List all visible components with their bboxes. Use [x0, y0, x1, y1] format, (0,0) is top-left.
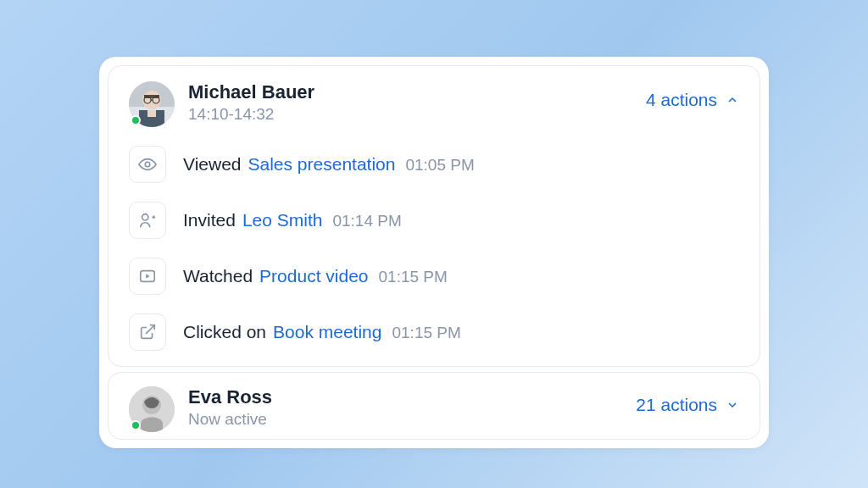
activity-row: Clicked on Book meeting 01:15 PM — [129, 313, 739, 351]
activity-row: Viewed Sales presentation 01:05 PM — [129, 146, 739, 183]
actions-count-label: 21 actions — [636, 395, 717, 415]
activity-verb: Watched — [183, 266, 253, 286]
actions-toggle[interactable]: 21 actions — [636, 395, 739, 415]
activity-row: Watched Product video 01:15 PM — [129, 258, 739, 295]
user-block: Eva Ross Now active — [129, 386, 272, 432]
status-indicator — [131, 115, 141, 125]
chevron-up-icon — [726, 93, 739, 107]
activity-link[interactable]: Sales presentation — [248, 154, 396, 175]
svg-point-10 — [142, 214, 148, 220]
chevron-down-icon — [726, 398, 739, 412]
eye-icon — [129, 146, 166, 183]
avatar — [129, 81, 175, 127]
activity-time: 01:15 PM — [392, 324, 460, 342]
card-header: Michael Bauer 14:10-14:32 4 actions — [129, 81, 739, 127]
user-activity-card: Eva Ross Now active 21 actions — [108, 372, 760, 440]
status-indicator — [131, 420, 141, 430]
user-block: Michael Bauer 14:10-14:32 — [129, 81, 314, 127]
avatar — [129, 386, 175, 432]
activity-verb: Clicked on — [183, 322, 266, 342]
svg-line-15 — [146, 325, 154, 334]
user-name: Eva Ross — [188, 386, 272, 408]
activity-link[interactable]: Book meeting — [273, 322, 381, 342]
user-time-range: 14:10-14:32 — [188, 105, 314, 124]
activity-link[interactable]: Product video — [259, 266, 368, 286]
user-activity-card: Michael Bauer 14:10-14:32 4 actions View… — [108, 65, 760, 367]
activity-verb: Viewed — [183, 154, 242, 175]
svg-marker-14 — [146, 274, 150, 279]
activity-time: 01:14 PM — [332, 212, 401, 230]
user-plus-icon — [129, 202, 166, 239]
activity-time: 01:15 PM — [379, 268, 448, 286]
external-link-icon — [129, 313, 166, 351]
activity-panel: Michael Bauer 14:10-14:32 4 actions View… — [99, 57, 769, 448]
activity-verb: Invited — [183, 210, 236, 230]
play-icon — [129, 258, 166, 295]
activity-row: Invited Leo Smith 01:14 PM — [129, 202, 739, 239]
activity-link[interactable]: Leo Smith — [242, 210, 323, 230]
user-status: Now active — [188, 410, 272, 429]
actions-toggle[interactable]: 4 actions — [646, 90, 739, 110]
actions-count-label: 4 actions — [646, 90, 717, 110]
activity-time: 01:05 PM — [405, 156, 474, 175]
svg-point-9 — [145, 162, 150, 167]
svg-rect-4 — [147, 110, 156, 117]
card-header: Eva Ross Now active 21 actions — [129, 386, 739, 432]
user-name: Michael Bauer — [188, 81, 314, 103]
activity-list: Viewed Sales presentation 01:05 PM Invit… — [129, 146, 739, 351]
